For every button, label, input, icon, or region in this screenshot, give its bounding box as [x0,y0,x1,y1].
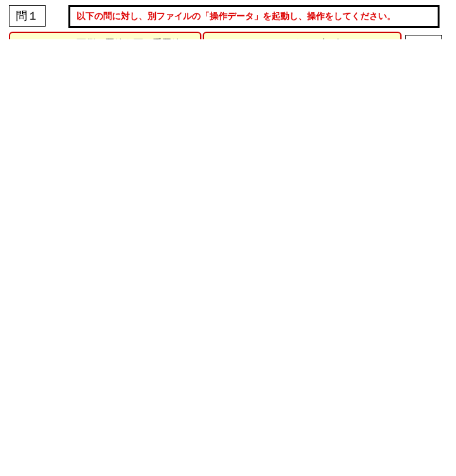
q1-label: 問１ [9,5,46,27]
instruction-bar: 以下の問に対し、別ファイルの「操作データ」を起動し、操作をしてください。 [68,5,440,28]
callout-1: セル[A3:C3]の下側の罫線を下二重罫線に設定する [9,32,201,39]
instruction-text: 以下の問に対し、別ファイルの「操作データ」を起動し、操作をしてください。 [77,11,396,21]
callout-2: セル[A1]のフォントを[HG丸ゴシックM-PRO]に設定する [203,32,402,39]
q2-label: 問２ [405,35,442,39]
